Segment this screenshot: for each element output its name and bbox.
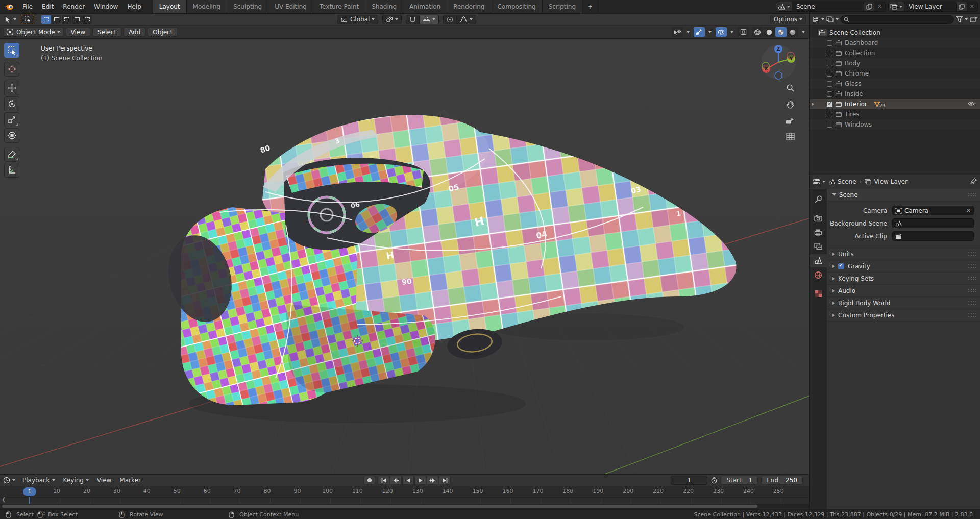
scene-selector[interactable]: Scene ✕ bbox=[776, 2, 886, 12]
shading-rendered-button[interactable] bbox=[787, 27, 798, 37]
properties-editor-type-dropdown[interactable] bbox=[813, 178, 825, 185]
editor-divider[interactable] bbox=[809, 14, 810, 509]
view-layer-icon[interactable] bbox=[889, 2, 904, 11]
section-custom-properties[interactable]: Custom Properties bbox=[827, 309, 980, 322]
collection-checkbox[interactable] bbox=[827, 71, 832, 77]
select-mode-set[interactable] bbox=[41, 15, 51, 24]
collection-label[interactable]: Glass bbox=[845, 80, 862, 87]
shading-chevron[interactable] bbox=[799, 27, 806, 37]
next-keyframe-button[interactable] bbox=[427, 476, 438, 485]
collection-checkbox[interactable] bbox=[827, 51, 832, 56]
blender-logo-icon[interactable] bbox=[4, 3, 14, 10]
collection-checkbox[interactable] bbox=[827, 102, 832, 107]
collection-label[interactable]: Inside bbox=[845, 90, 863, 97]
panel-grip[interactable] bbox=[968, 277, 976, 280]
snap-toggle[interactable] bbox=[406, 15, 420, 24]
gravity-checkbox[interactable] bbox=[838, 263, 844, 269]
timeline-menu-view[interactable]: View bbox=[93, 475, 115, 486]
zoom-icon[interactable] bbox=[786, 84, 795, 94]
section-keying-sets[interactable]: Keying Sets bbox=[827, 273, 980, 285]
collection-label[interactable]: Scene Collection bbox=[829, 29, 880, 36]
collection-checkbox[interactable] bbox=[827, 91, 832, 97]
tab-texture[interactable] bbox=[810, 287, 827, 300]
timeline-scrollbar-thumb[interactable] bbox=[2, 505, 757, 508]
tool-scale[interactable] bbox=[4, 112, 19, 127]
current-frame-indicator[interactable]: 1 bbox=[23, 487, 36, 496]
tab-sculpting[interactable]: Sculpting bbox=[227, 0, 268, 13]
jump-to-start-button[interactable] bbox=[378, 476, 389, 485]
breadcrumb-scene[interactable]: Scene bbox=[828, 178, 856, 185]
tab-rendering[interactable]: Rendering bbox=[447, 0, 491, 13]
viewport-menu-view[interactable]: View bbox=[66, 27, 90, 37]
scene-icon[interactable] bbox=[776, 2, 792, 11]
outliner-row-glass[interactable]: Glass bbox=[810, 79, 980, 89]
outliner-row-windows[interactable]: Windows bbox=[810, 119, 980, 130]
section-rigid-body-world[interactable]: Rigid Body World bbox=[827, 297, 980, 309]
select-mode-intersect[interactable] bbox=[82, 15, 92, 24]
outliner-filter-mode-dropdown[interactable] bbox=[826, 16, 839, 22]
select-mode-extend[interactable] bbox=[52, 15, 61, 24]
collection-label[interactable]: Interior bbox=[845, 101, 867, 108]
view-layer-name[interactable]: View Layer bbox=[904, 3, 946, 10]
jump-to-end-button[interactable] bbox=[439, 476, 451, 485]
tab-tool[interactable] bbox=[810, 193, 827, 206]
collection-checkbox[interactable] bbox=[827, 81, 832, 87]
viewport-menu-select[interactable]: Select bbox=[92, 27, 121, 37]
pan-icon[interactable] bbox=[786, 101, 795, 111]
scene-name[interactable]: Scene bbox=[792, 3, 819, 10]
shading-material-button[interactable] bbox=[775, 27, 787, 37]
timeline-ruler[interactable]: 1 10203040506070809010011012013014015016… bbox=[0, 486, 809, 498]
timeline-menu-playback[interactable]: Playback bbox=[18, 475, 59, 486]
collection-checkbox[interactable] bbox=[827, 40, 832, 46]
viewport-menu-add[interactable]: Add bbox=[124, 27, 145, 37]
shading-solid-button[interactable] bbox=[764, 27, 775, 37]
active-tool-indicator[interactable] bbox=[21, 15, 34, 24]
car-model[interactable]: 05 H 04 90 H 03 1 06 80 3 bbox=[160, 115, 737, 423]
collection-label[interactable]: Chrome bbox=[845, 70, 869, 77]
tab-output[interactable] bbox=[810, 226, 827, 239]
outliner-row-body[interactable]: Body bbox=[810, 58, 980, 68]
collection-label[interactable]: Body bbox=[845, 60, 860, 67]
timeline-editor-type-dropdown[interactable] bbox=[0, 477, 18, 484]
panel-grip[interactable] bbox=[968, 252, 976, 256]
frame-start-field[interactable]: Start 1 bbox=[721, 476, 758, 485]
xray-toggle[interactable] bbox=[738, 27, 749, 37]
outliner-row-inside[interactable]: Inside bbox=[810, 89, 980, 99]
scene-copy-icon[interactable] bbox=[864, 2, 874, 11]
pivot-point-dropdown[interactable] bbox=[382, 15, 402, 24]
tab-world[interactable] bbox=[810, 268, 827, 282]
visibility-chevron[interactable] bbox=[683, 27, 691, 37]
menu-edit[interactable]: Edit bbox=[37, 0, 58, 13]
tab-compositing[interactable]: Compositing bbox=[491, 0, 542, 13]
view-layer-selector[interactable]: View Layer ✕ bbox=[888, 2, 978, 12]
tab-texture-paint[interactable]: Texture Paint bbox=[313, 0, 365, 13]
collection-label[interactable]: Windows bbox=[845, 121, 872, 128]
panel-grip[interactable] bbox=[968, 264, 976, 268]
viewport-menu-object[interactable]: Object bbox=[148, 27, 178, 37]
record-button[interactable] bbox=[363, 476, 375, 485]
tab-scene[interactable] bbox=[810, 254, 827, 267]
outliner-row-dashboard[interactable]: Dashboard bbox=[810, 38, 980, 48]
new-collection-button[interactable] bbox=[970, 16, 977, 23]
eye-icon[interactable] bbox=[968, 101, 975, 108]
options-dropdown[interactable]: Options bbox=[770, 15, 806, 24]
tab-shading[interactable]: Shading bbox=[365, 0, 403, 13]
menu-help[interactable]: Help bbox=[122, 0, 145, 13]
tool-move[interactable] bbox=[4, 81, 19, 95]
menu-render[interactable]: Render bbox=[58, 0, 89, 13]
tab-scripting[interactable]: Scripting bbox=[543, 0, 582, 13]
timeline-menu-keying[interactable]: Keying bbox=[59, 475, 93, 486]
timeline-track-area[interactable] bbox=[0, 498, 809, 504]
preview-range-icon[interactable] bbox=[710, 477, 718, 484]
outliner-row-interior[interactable]: Interior29 bbox=[810, 99, 980, 109]
show-gizmo-toggle[interactable] bbox=[694, 27, 705, 37]
collection-label[interactable]: Tires bbox=[845, 111, 860, 118]
camera-view-icon[interactable] bbox=[786, 117, 795, 126]
outliner-row-collection[interactable]: Collection bbox=[810, 48, 980, 58]
section-audio[interactable]: Audio bbox=[827, 285, 980, 297]
camera-field[interactable]: Camera ✕ bbox=[892, 206, 974, 215]
select-mode-invert[interactable] bbox=[72, 15, 82, 24]
proportional-editing-toggle[interactable] bbox=[443, 15, 457, 24]
outliner-row-tires[interactable]: Tires bbox=[810, 109, 980, 119]
previous-keyframe-button[interactable] bbox=[390, 476, 402, 485]
